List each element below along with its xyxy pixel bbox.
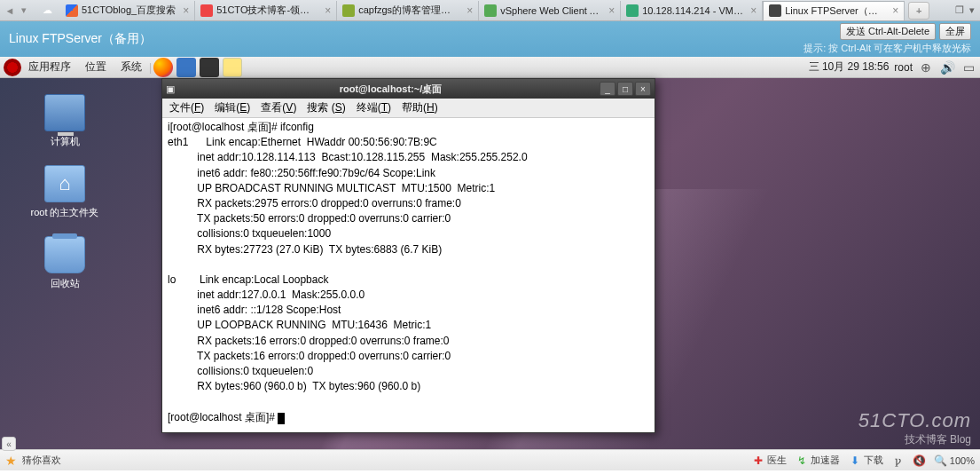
tab-close-icon[interactable]: ×: [325, 4, 331, 17]
nav-fwd-icon[interactable]: ▾: [18, 4, 30, 17]
new-tab-button[interactable]: +: [908, 2, 929, 20]
status-sound[interactable]: 🔇: [913, 454, 926, 467]
menu-places[interactable]: 位置: [78, 59, 114, 75]
browser-tab-bar: ◄ ▾ ☁ 51CTOblog_百度搜索× 51CTO技术博客-领先的IT× c…: [0, 0, 980, 21]
browser-status-bar: ★ 猜你喜欢 ✚医生 ↯加速器 ⬇下载 ꝩ 🔇 🔍100%: [0, 449, 980, 470]
close-button[interactable]: ×: [635, 82, 651, 96]
sound-icon: 🔇: [913, 454, 926, 467]
send-cad-button[interactable]: 发送 Ctrl-Alt-Delete: [840, 23, 936, 40]
computer-icon: [44, 94, 85, 131]
icon-label: 回收站: [51, 278, 80, 288]
file-manager-icon[interactable]: [176, 58, 196, 77]
favicon-capfzgs: [342, 4, 355, 17]
menu-edit[interactable]: 编辑(E): [211, 100, 254, 115]
cloud-icon[interactable]: ☁: [37, 1, 57, 20]
separator: |: [149, 61, 152, 74]
terminal-cursor: [278, 413, 285, 424]
tab-close-icon[interactable]: ×: [892, 4, 898, 17]
terminal-launcher-icon[interactable]: [200, 58, 219, 77]
desktop-icon-computer[interactable]: 计算机: [25, 94, 105, 148]
maximize-button[interactable]: □: [617, 82, 633, 96]
favorite-star-icon[interactable]: ★: [5, 454, 17, 468]
vm-title: Linux FTPServer（备用）: [9, 31, 152, 47]
watermark: 51CTO.com 技术博客 Blog: [858, 409, 971, 447]
redhat-icon[interactable]: [4, 59, 21, 76]
trash-icon: [44, 236, 85, 273]
terminal-output[interactable]: i[root@localhost 桌面]# ifconfig eth1 Link…: [162, 118, 655, 432]
nav-back-icon[interactable]: ◄: [4, 4, 16, 17]
scroll-up-button[interactable]: «: [2, 437, 16, 451]
gnome-desktop[interactable]: 计算机 root 的主文件夹 回收站 ▣ root@localhost:~/桌面…: [0, 78, 980, 449]
favicon-baidu: [66, 4, 78, 17]
gnome-top-panel: 应用程序 位置 系统 | 三 10月 29 18:56 root ⊕ 🔊 ▭: [0, 57, 980, 78]
terminal-title: root@localhost:~/桌面: [182, 83, 600, 96]
menu-system[interactable]: 系统: [114, 59, 149, 75]
rocket-icon: ↯: [796, 454, 808, 467]
release-cursor-hint: 提示: 按 Ctrl-Alt 可在客户机中释放光标: [804, 42, 971, 55]
status-accelerator[interactable]: ↯加速器: [796, 454, 840, 467]
guess-you-like[interactable]: 猜你喜欢: [22, 454, 61, 467]
tab-capfzgs[interactable]: capfzgs的博客管理后台-5×: [337, 1, 479, 20]
status-network[interactable]: ꝩ: [892, 454, 905, 467]
tab-51cto[interactable]: 51CTO技术博客-领先的IT×: [195, 1, 337, 20]
favicon-vmware: [626, 4, 639, 17]
tab-close-icon[interactable]: ×: [183, 4, 189, 17]
desktop-icon-trash[interactable]: 回收站: [25, 236, 105, 290]
vm-title-bar: Linux FTPServer（备用） 发送 Ctrl-Alt-Delete 全…: [0, 21, 980, 57]
firefox-icon[interactable]: [153, 58, 173, 77]
window-dropdown-icon[interactable]: ▾: [969, 4, 975, 16]
tab-label: capfzgs的博客管理后台-5: [358, 4, 459, 17]
network-tray-icon[interactable]: ⊕: [918, 59, 934, 75]
terminal-app-icon: ▣: [166, 83, 182, 95]
download-icon: ⬇: [849, 454, 861, 467]
favicon-linux: [769, 4, 781, 17]
fork-icon: ꝩ: [892, 454, 905, 467]
tab-close-icon[interactable]: ×: [608, 4, 615, 17]
favicon-51cto: [200, 4, 213, 17]
menu-view[interactable]: 查看(V): [257, 100, 300, 115]
terminal-text: i[root@localhost 桌面]# ifconfig eth1 Link…: [168, 121, 528, 423]
favicon-vsphere: [484, 4, 497, 17]
zoom-icon: 🔍: [935, 454, 947, 467]
terminal-menubar: 文件(F) 编辑(E) 查看(V) 搜索 (S) 终端(T) 帮助(H): [162, 99, 655, 118]
watermark-line1: 51CTO.com: [858, 409, 971, 432]
status-zoom[interactable]: 🔍100%: [935, 454, 975, 467]
tab-label: vSphere Web Client Adn: [500, 5, 601, 16]
terminal-titlebar[interactable]: ▣ root@localhost:~/桌面 _ □ ×: [162, 79, 655, 99]
tab-close-icon[interactable]: ×: [466, 4, 473, 17]
user-menu[interactable]: root: [894, 61, 913, 74]
menu-file[interactable]: 文件(F): [166, 100, 208, 115]
tab-baidu[interactable]: 51CTOblog_百度搜索×: [60, 1, 195, 20]
fullscreen-button[interactable]: 全屏: [939, 23, 971, 40]
tab-label: Linux FTPServer（备用）: [785, 4, 885, 18]
tab-label: 10.128.114.214 - VMwa: [642, 5, 743, 16]
menu-help[interactable]: 帮助(H): [398, 100, 442, 115]
minimize-button[interactable]: _: [600, 82, 615, 96]
power-tray-icon[interactable]: ▭: [960, 59, 976, 75]
home-folder-icon: [44, 165, 85, 202]
icon-label: 计算机: [51, 136, 80, 146]
tab-vsphere[interactable]: vSphere Web Client Adn×: [479, 1, 621, 20]
tab-vmware[interactable]: 10.128.114.214 - VMwa×: [621, 1, 763, 20]
menu-terminal[interactable]: 终端(T): [353, 100, 395, 115]
menu-applications[interactable]: 应用程序: [21, 59, 78, 75]
tab-linux-ftp[interactable]: Linux FTPServer（备用）×: [763, 1, 905, 20]
icon-label: root 的主文件夹: [30, 207, 98, 217]
menu-search[interactable]: 搜索 (S): [303, 100, 349, 115]
terminal-window[interactable]: ▣ root@localhost:~/桌面 _ □ × 文件(F) 编辑(E) …: [161, 78, 655, 433]
notes-icon[interactable]: [223, 58, 242, 77]
tab-close-icon[interactable]: ×: [750, 4, 757, 17]
clock[interactable]: 三 10月 29 18:56: [809, 59, 890, 75]
tab-label: 51CTOblog_百度搜索: [82, 4, 176, 17]
volume-tray-icon[interactable]: 🔊: [939, 59, 955, 75]
status-doctor[interactable]: ✚医生: [752, 454, 787, 467]
plus-icon: ✚: [752, 454, 764, 467]
status-download[interactable]: ⬇下载: [849, 454, 883, 467]
watermark-line2: 技术博客 Blog: [858, 432, 971, 447]
restore-window-icon[interactable]: ❐: [955, 4, 964, 16]
desktop-icon-home[interactable]: root 的主文件夹: [25, 165, 105, 219]
tab-label: 51CTO技术博客-领先的IT: [216, 4, 318, 17]
